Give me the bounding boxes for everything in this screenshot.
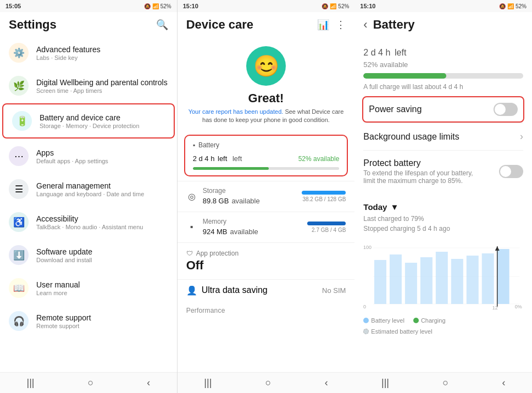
bg-usage-row[interactable]: Background usage limits › — [363, 123, 523, 150]
advanced-label: Advanced features — [36, 45, 101, 54]
accessibility-icon: ♿ — [9, 212, 29, 232]
nav-back-2[interactable]: ‹ — [325, 377, 328, 389]
app-protection-value: Off — [186, 258, 346, 273]
battery-unit: left — [395, 48, 406, 57]
accessibility-sub: TalkBack · Mono audio · Assistant menu — [36, 224, 143, 230]
nav-back-3[interactable]: ‹ — [502, 377, 505, 389]
manual-sub: Learn more — [36, 290, 80, 296]
settings-header-icons: 🔍 — [156, 19, 168, 31]
status-bar-2: 15:10 🔕 📶 52% — [178, 0, 355, 12]
care-emoji: 😊 — [246, 46, 286, 86]
settings-item-advanced[interactable]: ⚙️ Advanced features Labs · Side key — [0, 36, 177, 69]
storage-value: 89.8 GB available — [203, 195, 297, 206]
settings-item-accessibility[interactable]: ♿ Accessibility TalkBack · Mono audio · … — [0, 206, 177, 239]
apps-icon: ⋯ — [9, 146, 29, 166]
status-time-1: 15:05 — [5, 3, 21, 9]
apps-label: Apps — [36, 148, 108, 157]
more-icon[interactable]: ⋮ — [336, 19, 346, 31]
battery-pct: 52% available — [363, 60, 523, 69]
settings-panel: 15:05 🔕 📶 52% Settings 🔍 ⚙️ Advanced fea… — [0, 0, 178, 393]
settings-item-software[interactable]: ⬇️ Software update Download and install — [0, 239, 177, 272]
accessibility-label: Accessibility — [36, 214, 143, 223]
care-hero: 😊 Great! Your care report has been updat… — [178, 36, 355, 130]
settings-item-remote[interactable]: 🎧 Remote support Remote support — [0, 305, 177, 337]
status-bar-1: 15:05 🔕 📶 52% — [0, 0, 177, 12]
device-care-panel: 15:10 🔕 📶 52% Device care 📊 ⋮ 😊 Great! Y… — [178, 0, 355, 393]
chevron-right-icon: › — [520, 131, 523, 142]
bottom-nav-2: ||| ○ ‹ — [178, 372, 355, 393]
protect-battery-row[interactable]: Protect battery To extend the lifespan o… — [363, 150, 523, 192]
nav-back-1[interactable]: ‹ — [147, 377, 150, 389]
app-protection-icon: 🛡 — [186, 250, 193, 257]
bottom-nav-1: ||| ○ ‹ — [0, 372, 177, 393]
nav-home-3[interactable]: ○ — [442, 377, 448, 389]
settings-item-apps[interactable]: ⋯ Apps Default apps · App settings — [0, 140, 177, 173]
software-label: Software update — [36, 247, 92, 256]
battery-main-section: 2 d 4 h left 52% available A full charge… — [354, 36, 532, 198]
general-label: General management — [36, 181, 144, 190]
svg-text:0: 0 — [363, 304, 366, 309]
memory-bar — [307, 222, 346, 225]
nav-recents-3[interactable]: ||| — [381, 377, 389, 389]
battery-big-val: 2 d 4 h left — [193, 151, 230, 163]
search-icon[interactable]: 🔍 — [156, 19, 168, 31]
remote-icon: 🎧 — [9, 311, 29, 331]
dropdown-arrow-icon: ▼ — [390, 202, 398, 212]
nav-home-1[interactable]: ○ — [87, 377, 93, 389]
battery-full-charge-note: A full charge will last about 4 d 4 h — [363, 83, 523, 91]
settings-item-manual[interactable]: 📖 User manual Learn more — [0, 272, 177, 305]
settings-list: ⚙️ Advanced features Labs · Side key 🌿 D… — [0, 36, 177, 372]
nav-recents-2[interactable]: ||| — [204, 377, 212, 389]
software-sub: Download and install — [36, 257, 92, 263]
storage-icon: ◎ — [186, 191, 197, 202]
digital-label: Digital Wellbeing and parental controls — [36, 78, 168, 87]
battery-panel: 15:10 🔕 📶 52% ‹ Battery 2 d 4 h left 52%… — [354, 0, 532, 393]
app-protection-item[interactable]: 🛡 App protection Off — [178, 242, 355, 279]
settings-item-battery[interactable]: 🔋 Battery and device care Storage · Memo… — [2, 103, 175, 139]
memory-value: 924 MB available — [203, 225, 302, 237]
device-care-title: Device care — [186, 18, 253, 32]
memory-icon: ▪ — [186, 222, 197, 232]
svg-text:100: 100 — [363, 245, 372, 250]
battery-icon: 🔋 — [12, 111, 32, 131]
status-icons-3: 🔕 📶 52% — [499, 3, 527, 9]
battery-bar-fill — [363, 73, 446, 79]
battery-card[interactable]: ▪ Battery 2 d 4 h left left 52% availabl… — [184, 135, 348, 176]
ultra-data-icon: 👤 — [186, 285, 197, 296]
remote-sub: Remote support — [36, 323, 91, 329]
remote-label: Remote support — [36, 313, 91, 322]
battery-card-label: ▪ Battery — [193, 141, 340, 149]
chart-icon[interactable]: 📊 — [317, 19, 329, 31]
care-link[interactable]: Your care report has been updated. — [189, 108, 284, 115]
care-subtitle: Your care report has been updated. See w… — [186, 108, 346, 125]
back-icon[interactable]: ‹ — [363, 18, 367, 32]
general-icon: ☰ — [9, 179, 29, 199]
nav-home-2[interactable]: ○ — [265, 377, 271, 389]
status-bar-3: 15:10 🔕 📶 52% — [354, 0, 532, 12]
power-saving-toggle[interactable] — [494, 103, 518, 116]
device-care-content: 😊 Great! Your care report has been updat… — [178, 36, 355, 372]
battery-chart-svg: 100 0 12 — [363, 243, 523, 309]
ultra-data-item[interactable]: 👤 Ultra data saving No SIM — [178, 279, 355, 301]
battery-mini-bar — [193, 167, 340, 170]
today-dropdown[interactable]: Today ▼ — [363, 202, 523, 212]
memory-item[interactable]: ▪ Memory 924 MB available 2.7 GB / 4 GB — [178, 212, 355, 242]
battery-header: ‹ Battery — [354, 12, 532, 36]
settings-item-general[interactable]: ☰ General management Language and keyboa… — [0, 173, 177, 206]
battery-avail: 52% available — [298, 155, 340, 163]
storage-bar — [302, 191, 346, 195]
legend-battery: Battery level — [363, 317, 404, 324]
advanced-sub: Labs · Side key — [36, 54, 101, 61]
nav-recents-1[interactable]: ||| — [26, 377, 34, 389]
power-saving-row[interactable]: Power saving — [362, 96, 524, 123]
protect-battery-toggle[interactable] — [499, 165, 523, 178]
settings-title: Settings — [9, 18, 57, 32]
legend-estimated: Estimated battery level — [363, 328, 432, 335]
settings-item-digital[interactable]: 🌿 Digital Wellbeing and parental control… — [0, 69, 177, 102]
battery-label: Battery and device care — [40, 113, 140, 122]
status-time-2: 15:10 — [183, 3, 198, 9]
memory-label: Memory — [203, 218, 302, 225]
storage-item[interactable]: ◎ Storage 89.8 GB available 38.2 GB / 12… — [178, 181, 355, 212]
software-icon: ⬇️ — [9, 245, 29, 265]
legend-charging-dot — [413, 318, 419, 323]
